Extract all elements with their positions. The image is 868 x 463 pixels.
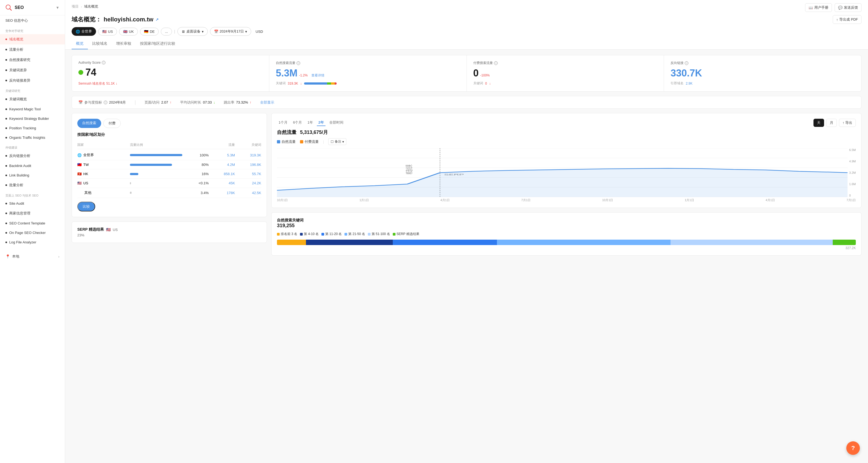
- sidebar-item-keyword-magic-tool[interactable]: Keyword Magic Tool: [0, 104, 65, 114]
- filter-de-button[interactable]: 🇩🇪 DE: [140, 28, 159, 35]
- traffic-tab-paid[interactable]: 付费: [103, 119, 121, 128]
- sidebar-item-dot: [5, 69, 7, 71]
- sidebar-item-keyword-gap[interactable]: 关键词差异: [0, 65, 65, 75]
- filter-device-label: 桌面设备: [186, 29, 200, 34]
- breadcrumb-separator: ›: [81, 5, 82, 9]
- sidebar-item-domain-overview[interactable]: 域名概览: [0, 34, 65, 44]
- two-col-layout: 自然搜索 付费 按国家/地区划分 国家 流量比例 流量 关键词: [72, 113, 862, 256]
- show-all-button[interactable]: 全部显示: [260, 100, 274, 105]
- authority-score-info-icon[interactable]: ⓘ: [102, 61, 105, 65]
- filter-us-button[interactable]: 🇺🇸 US: [98, 28, 117, 35]
- sidebar-item-dot: [5, 108, 7, 110]
- paid-keyword-down-arrow: ↓: [489, 81, 491, 86]
- sidebar-item-local[interactable]: 📍 本地 ›: [0, 251, 65, 262]
- sidebar-item-backlink-analysis[interactable]: 反向链接分析: [0, 151, 65, 161]
- sidebar-item-organic-research[interactable]: 自然搜索研究: [0, 55, 65, 65]
- breadcrumb-parent[interactable]: 项目: [72, 4, 79, 9]
- export-pdf-label: 导出成 PDF: [839, 17, 858, 22]
- time-tab-1m[interactable]: 1个月: [277, 120, 289, 126]
- sidebar-item-dot: [5, 59, 7, 61]
- tab-compare[interactable]: 比较域名: [88, 38, 112, 49]
- sidebar-item-traffic-analysis[interactable]: 流量分析: [0, 44, 65, 55]
- external-link-icon[interactable]: ↗: [155, 18, 159, 22]
- chart-time-tabs: 1个月 6个月 1年 2年 全部时间: [277, 120, 345, 126]
- legend-label-top11-20: 第 11-20 名: [325, 232, 342, 236]
- organic-traffic-detail-link[interactable]: 查看详情: [311, 73, 324, 78]
- tab-by-country[interactable]: 按国家/地区进行比较: [135, 38, 180, 49]
- title-prefix: 域名概览：: [72, 15, 101, 24]
- export-pdf-button[interactable]: ↑ 导出成 PDF: [833, 15, 862, 24]
- time-tab-all[interactable]: 全部时间: [328, 120, 345, 126]
- sidebar-seo-info[interactable]: SEO 信息中心: [0, 15, 65, 26]
- sidebar-logo[interactable]: SEO ▼: [0, 0, 65, 15]
- legend-label-top21-50: 第 21-50 名: [348, 232, 365, 236]
- chart-day-button[interactable]: 天: [813, 119, 824, 127]
- sidebar-item-site-audit[interactable]: Site Audit: [0, 199, 65, 208]
- bounce-rate-arrow: ↑: [250, 100, 251, 104]
- sidebar-item-position-tracking[interactable]: Position Tracking: [0, 123, 65, 133]
- x-label-2: 4月1日: [440, 198, 450, 202]
- serp-section: SERP 精选结果 🇺🇸 US 23%: [72, 222, 267, 243]
- time-tab-2y[interactable]: 2年: [317, 120, 326, 126]
- location-icon: 📍: [5, 254, 10, 259]
- legend-top21-50: 第 21-50 名: [344, 232, 365, 236]
- sidebar-item-merchant-info[interactable]: 商家信息管理: [0, 208, 65, 219]
- backlinks-info-icon[interactable]: ⓘ: [685, 61, 688, 65]
- filter-date-button[interactable]: 📅 2024年9月17日 ▾: [210, 27, 251, 36]
- time-tab-1y[interactable]: 1年: [306, 120, 314, 126]
- legend-top3: 排名前 3 名: [277, 232, 297, 236]
- tab-growth[interactable]: 增长审核: [112, 38, 135, 49]
- sidebar-item-link-building[interactable]: Link Building: [0, 170, 65, 180]
- filter-de-label: DE: [150, 30, 155, 34]
- time-tab-6m[interactable]: 6个月: [291, 120, 304, 126]
- sidebar-item-label: Link Building: [9, 173, 29, 177]
- paid-traffic-info-icon[interactable]: ⓘ: [494, 61, 498, 65]
- filter-world-button[interactable]: 🌐 全世界: [72, 27, 96, 36]
- send-feedback-label: 发送反馈: [844, 5, 858, 10]
- sidebar-item-backlink-gap[interactable]: 反向链接差异: [0, 75, 65, 86]
- right-column: 1个月 6个月 1年 2年 全部时间 天 月 ↑ 导出: [271, 113, 862, 256]
- compare-button[interactable]: 比较: [77, 202, 95, 211]
- sidebar-item-bulk-analysis[interactable]: 批量分析: [0, 180, 65, 190]
- main-content: 项目 › 域名概览 📖 用户手册 💬 发送反馈 域名概览： helloyishi…: [65, 0, 868, 463]
- sidebar-item-keyword-overview[interactable]: 关键词概览: [0, 94, 65, 104]
- x-label-0: 10月1日: [277, 198, 288, 202]
- notes-button[interactable]: ☐ 备注 ▾: [328, 138, 346, 145]
- organic-traffic-info-icon[interactable]: ⓘ: [297, 61, 300, 65]
- chart-export-button[interactable]: ↑ 导出: [839, 119, 856, 127]
- sidebar-item-backlink-audit[interactable]: Backlink Audit: [0, 161, 65, 170]
- engagement-info-icon[interactable]: ⓘ: [104, 101, 107, 104]
- kw-bar-value: 327.2K: [277, 246, 856, 250]
- country-name-us: US: [83, 181, 88, 185]
- traffic-hk: 858.1K: [209, 172, 235, 176]
- sidebar-item-dot: [5, 223, 7, 224]
- avg-duration-label: 平均访问时长: [180, 100, 201, 105]
- kw-dot-top51-100: [368, 233, 371, 236]
- page-title: 域名概览： helloyishi.com.tw ↗: [72, 15, 159, 24]
- tab-overview[interactable]: 概览: [72, 38, 88, 49]
- keyword-header: 自然搜索关键词 319,255: [277, 218, 856, 229]
- user-manual-button[interactable]: 📖 用户手册: [805, 3, 832, 12]
- traffic-tab-organic[interactable]: 自然搜索: [77, 119, 101, 128]
- sidebar-item-on-page-seo-checker[interactable]: On Page SEO Checker: [0, 228, 65, 237]
- sidebar-item-dot: [5, 98, 7, 100]
- sidebar-item-label: Keyword Magic Tool: [9, 107, 41, 111]
- filter-more-button[interactable]: ...: [161, 28, 172, 35]
- kw-bar-top21-50: [497, 240, 671, 245]
- chart-month-button[interactable]: 月: [826, 119, 837, 127]
- sidebar-item-log-file-analyzer[interactable]: Log File Analyzer: [0, 237, 65, 247]
- sidebar-item-organic-traffic-insights[interactable]: Organic Traffic Insights: [0, 133, 65, 142]
- paid-keyword-value: 0: [485, 81, 487, 86]
- legend-label-paid: 付费流量: [305, 139, 319, 144]
- domain-name: helloyishi.com.tw: [104, 16, 153, 23]
- filter-uk-button[interactable]: 🇬🇧 UK: [119, 28, 138, 35]
- sidebar-item-keyword-strategy-builder[interactable]: Keyword Strategy Builder: [0, 114, 65, 123]
- sidebar-item-seo-content-template[interactable]: SEO Content Template: [0, 219, 65, 228]
- chevron-down-icon3: ▾: [342, 140, 344, 144]
- filter-device-button[interactable]: 🖥 桌面设备 ▾: [177, 27, 208, 36]
- chevron-down-icon2: ▾: [245, 30, 247, 34]
- send-feedback-button[interactable]: 💬 发送反馈: [835, 3, 862, 12]
- country-name-world: 全世界: [83, 153, 94, 158]
- help-button[interactable]: ?: [846, 441, 860, 455]
- sidebar-item-dot: [5, 49, 7, 51]
